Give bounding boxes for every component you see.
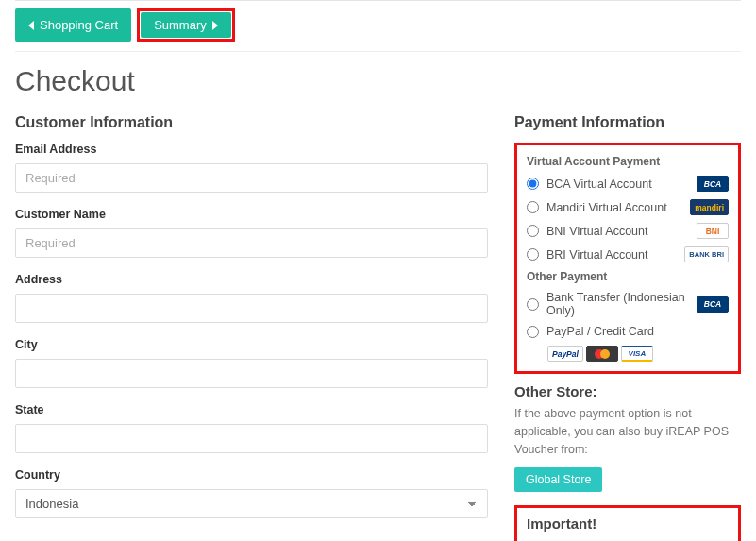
- paypal-badge-icon: PayPal: [547, 346, 583, 362]
- state-label: State: [15, 403, 488, 416]
- payment-options-box: Virtual Account Payment BCA Virtual Acco…: [514, 143, 741, 374]
- mandiri-label: Mandiri Virtual Account: [546, 201, 682, 214]
- other-store-text: If the above payment option is not appli…: [514, 405, 741, 458]
- state-field[interactable]: [15, 424, 488, 453]
- visa-badge-icon: VISA: [621, 346, 653, 362]
- bni-radio[interactable]: [527, 225, 539, 237]
- address-label: Address: [15, 273, 488, 286]
- mastercard-badge-icon: [586, 346, 618, 362]
- city-label: City: [15, 338, 488, 351]
- summary-highlight: Summary: [137, 8, 235, 42]
- city-field[interactable]: [15, 359, 488, 388]
- arrow-right-icon: [212, 21, 218, 30]
- bank-transfer-option[interactable]: Bank Transfer (Indonesian Only) BCA: [527, 291, 729, 317]
- bank-transfer-radio[interactable]: [527, 298, 539, 311]
- page-title: Checkout: [15, 65, 741, 97]
- bri-label: BRI Virtual Account: [546, 248, 677, 262]
- bni-badge-icon: BNI: [697, 223, 729, 239]
- customer-info-heading: Customer Information: [15, 114, 488, 131]
- important-heading: Important!: [527, 516, 729, 532]
- arrow-left-icon: [28, 21, 34, 30]
- email-label: Email Address: [15, 143, 488, 156]
- other-store-heading: Other Store:: [514, 383, 741, 399]
- bni-label: BNI Virtual Account: [546, 225, 689, 238]
- mandiri-option[interactable]: Mandiri Virtual Account mandiri: [527, 199, 729, 215]
- paypal-option[interactable]: PayPal / Credit Card: [527, 325, 729, 338]
- global-store-button[interactable]: Global Store: [514, 467, 602, 492]
- bca-badge-icon: BCA: [697, 176, 729, 192]
- bca-option[interactable]: BCA Virtual Account BCA: [527, 176, 729, 192]
- bank-transfer-label: Bank Transfer (Indonesian Only): [546, 291, 689, 317]
- bca-radio[interactable]: [527, 178, 539, 190]
- summary-button[interactable]: Summary: [141, 12, 231, 38]
- card-badges: PayPal VISA: [547, 346, 729, 362]
- paypal-label: PayPal / Credit Card: [546, 325, 729, 338]
- va-heading: Virtual Account Payment: [527, 155, 729, 168]
- important-text: Please provide a valid email address, pa…: [527, 537, 729, 541]
- mandiri-badge-icon: mandiri: [690, 199, 729, 215]
- bca-label: BCA Virtual Account: [546, 178, 689, 191]
- bni-option[interactable]: BNI Virtual Account BNI: [527, 223, 729, 239]
- shopping-cart-button[interactable]: Shopping Cart: [15, 8, 131, 42]
- name-label: Customer Name: [15, 208, 488, 221]
- customer-name-field[interactable]: [15, 228, 488, 258]
- bri-radio[interactable]: [527, 248, 539, 261]
- other-payment-heading: Other Payment: [527, 270, 729, 283]
- bri-badge-icon: BANK BRI: [684, 246, 729, 262]
- paypal-radio[interactable]: [527, 326, 539, 338]
- email-field[interactable]: [15, 163, 488, 193]
- payment-info-heading: Payment Information: [514, 114, 741, 131]
- shopping-cart-label: Shopping Cart: [40, 18, 118, 32]
- bri-option[interactable]: BRI Virtual Account BANK BRI: [527, 246, 729, 262]
- mandiri-radio[interactable]: [527, 201, 539, 213]
- country-label: Country: [15, 468, 488, 482]
- address-field[interactable]: [15, 294, 488, 323]
- country-select[interactable]: Indonesia: [15, 489, 488, 518]
- bank-bca-badge-icon: BCA: [697, 296, 729, 313]
- important-box: Important! Please provide a valid email …: [514, 505, 741, 541]
- divider: [15, 51, 741, 52]
- summary-label: Summary: [154, 18, 207, 32]
